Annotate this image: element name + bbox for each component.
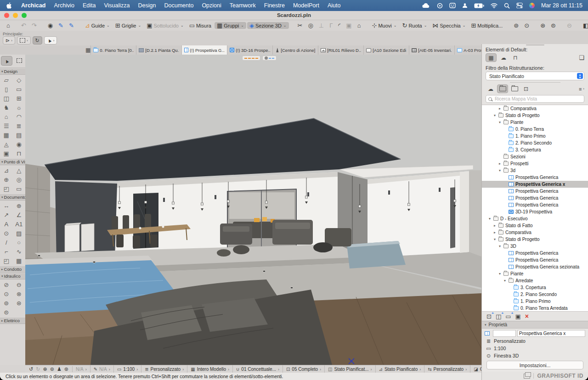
door-tool[interactable]: ◫ bbox=[0, 94, 12, 103]
pipe-terminal-tool[interactable]: ⊜ bbox=[0, 307, 12, 317]
pick-up-parameters-button[interactable]: ✎ bbox=[67, 22, 76, 29]
section-elettrico[interactable]: ▸Elettrico bbox=[0, 317, 25, 324]
layer-combination-segment[interactable]: ≣Personalizzato› bbox=[141, 365, 187, 373]
railing-tool[interactable]: ≣ bbox=[13, 121, 25, 130]
apple-icon[interactable] bbox=[6, 2, 12, 9]
tab-3d-16-prospe[interactable]: (!) 3D-16 Prospe... bbox=[227, 45, 273, 55]
inject-parameters-button[interactable]: ✎ bbox=[56, 22, 66, 29]
tree-item-prospettiva-generica[interactable]: Prospettiva Generica bbox=[482, 174, 588, 181]
show-all-3d-button[interactable]: ⊜ bbox=[548, 22, 558, 29]
3d-viewport[interactable] bbox=[25, 55, 481, 365]
pet-palette-handle[interactable] bbox=[242, 56, 260, 61]
drawing-tool[interactable]: ▦ bbox=[13, 256, 25, 265]
home-button[interactable]: ⌂ bbox=[4, 22, 12, 29]
menu-finestre[interactable]: Finestre bbox=[260, 2, 289, 9]
elevate-button[interactable]: ⌂ bbox=[355, 22, 363, 29]
pick-element-button[interactable]: ◉ bbox=[45, 22, 55, 29]
pet-palette[interactable] bbox=[242, 56, 277, 61]
3d-style-segment[interactable]: ◪Colorato Detta...› bbox=[470, 365, 481, 373]
marquee-tool[interactable] bbox=[14, 56, 24, 65]
pipe-bend-tool[interactable]: ⊙ bbox=[0, 289, 12, 298]
clippings-button[interactable]: ⊡ bbox=[521, 85, 531, 93]
view-settings-button[interactable]: ⊛ bbox=[64, 366, 68, 372]
photos-app-icon[interactable] bbox=[529, 3, 535, 8]
renovation-filter-select[interactable]: Stato Pianificato ▲▼ bbox=[486, 72, 584, 80]
tree-item-prospettiva-generica-x[interactable]: Prospettiva Generica x bbox=[482, 181, 588, 188]
cloud-sync-icon[interactable] bbox=[422, 3, 430, 8]
interior-elevation-tool[interactable]: ⊕ bbox=[0, 175, 12, 184]
windows-icon[interactable] bbox=[524, 374, 530, 379]
section-documento[interactable]: ▾Documento bbox=[0, 194, 25, 201]
tree-item-prospettiva-generica[interactable]: Prospettiva Generica bbox=[482, 250, 588, 257]
graphisoft-id-button[interactable]: GRAPHISOFT ID bbox=[537, 373, 583, 379]
cloud-views-button[interactable]: ☁ bbox=[486, 85, 496, 93]
level-dimension-tool[interactable]: ⊕ bbox=[13, 201, 25, 210]
zoom-selection-button[interactable]: ⊚ bbox=[511, 22, 521, 29]
tab-0-piano-terra-0[interactable]: 0. Piano Terra [0... bbox=[91, 45, 136, 55]
spline-tool[interactable]: ∿ bbox=[13, 247, 25, 256]
tree-item-stato-di-progetto[interactable]: ▾Stato di Progetto bbox=[482, 112, 588, 119]
tree-item-prospetti[interactable]: ▸Prospetti bbox=[482, 160, 588, 167]
label-tool[interactable]: A1 bbox=[13, 219, 25, 229]
pen-set-segment[interactable]: ✎N/A› bbox=[90, 365, 114, 373]
view-map-mode-button[interactable] bbox=[497, 84, 508, 93]
3d-cutting-planes-button[interactable]: ◧ bbox=[581, 22, 588, 29]
tab-overview-button[interactable]: ▦ bbox=[85, 45, 91, 55]
valve-tool[interactable]: ⊚ bbox=[0, 298, 12, 307]
tree-item-prospettiva-generica[interactable]: Prospettiva Generica bbox=[482, 195, 588, 201]
previous-view-button[interactable]: ↻ bbox=[36, 366, 40, 372]
fill-tool[interactable]: ▨ bbox=[13, 229, 25, 238]
roof-tool[interactable]: ⌂ bbox=[0, 112, 12, 121]
renovation-filter-segment[interactable]: ◫Stato Pianificat...› bbox=[325, 365, 376, 373]
stair-tool[interactable]: ☰ bbox=[0, 121, 12, 130]
menu-modelport[interactable]: ModelPort bbox=[289, 2, 323, 9]
section-punto-di-vista[interactable]: ▾Punto di Vista bbox=[0, 158, 25, 165]
radial-dimension-tool[interactable]: ↗ bbox=[0, 210, 12, 219]
intersect-button[interactable]: Γ bbox=[327, 22, 335, 29]
new-folder-button[interactable]: ▭+ bbox=[505, 313, 511, 319]
menu-visualizza[interactable]: Visualizza bbox=[100, 2, 134, 9]
move-button[interactable]: ⊹Muovi⌄ bbox=[370, 22, 399, 29]
line-tool[interactable]: / bbox=[0, 238, 12, 247]
gear-icon[interactable] bbox=[437, 3, 443, 9]
spotlight-icon[interactable] bbox=[504, 3, 510, 9]
open-folder-button[interactable]: ❏ bbox=[579, 54, 584, 61]
view-map-button[interactable]: ☁ bbox=[498, 54, 509, 61]
control-center-icon[interactable] bbox=[516, 3, 523, 8]
tree-item-3d[interactable]: ▾3D bbox=[482, 243, 588, 250]
menu-aiuto[interactable]: Aiuto bbox=[323, 2, 345, 9]
layer-combination-row[interactable]: ≣Personalizzato bbox=[482, 337, 588, 345]
delete-button[interactable]: × bbox=[525, 313, 529, 319]
battery-icon[interactable] bbox=[474, 3, 484, 8]
section-idraulico[interactable]: ▾Idraulico bbox=[0, 273, 25, 279]
clone-view-button[interactable]: ◫+ bbox=[496, 313, 501, 319]
column-tool[interactable]: ▯ bbox=[0, 84, 12, 94]
menu-edita[interactable]: Edita bbox=[79, 2, 100, 9]
camera-tool[interactable]: ◎ bbox=[13, 175, 25, 184]
folder-view-button[interactable] bbox=[509, 85, 520, 93]
wall-end-tool[interactable]: ⊓ bbox=[13, 149, 25, 158]
structure-display-segment[interactable]: ▦Intero Modello› bbox=[187, 365, 233, 373]
figure-tool[interactable]: ◰ bbox=[0, 256, 12, 265]
tree-item-3d[interactable]: ▾3d bbox=[482, 167, 588, 174]
tree-item-2-piano-secondo[interactable]: 2. Piano Secondo bbox=[482, 291, 588, 298]
lamp-tool[interactable]: ☼ bbox=[13, 103, 25, 112]
tab-d-2-1-pianta-qu[interactable]: [D.2.1 Pianta Qu... bbox=[136, 45, 182, 55]
tree-item-3-copertura[interactable]: 3. Copertura bbox=[482, 284, 588, 291]
zone-stamp-tool[interactable]: ⊙ bbox=[0, 229, 12, 238]
tree-item-0-piano-terra[interactable]: 0. Piano Terra bbox=[482, 126, 588, 133]
tree-item-2-piano-secondo[interactable]: 2. Piano Secondo bbox=[482, 140, 588, 146]
search-field[interactable] bbox=[486, 95, 584, 103]
worksheet-tool[interactable]: ▭ bbox=[13, 184, 25, 193]
explore-button[interactable]: ♟ bbox=[57, 366, 62, 372]
section-condotto[interactable]: ▸Condotto bbox=[0, 266, 25, 273]
tab-a10-sezione-edi[interactable]: [A10 Sezione Edi... bbox=[364, 45, 409, 55]
view-id-field[interactable] bbox=[493, 330, 516, 337]
object-tool[interactable]: ♞ bbox=[0, 103, 12, 112]
project-map-button[interactable]: ▦ bbox=[486, 53, 497, 62]
resize-button[interactable]: ▣ bbox=[344, 22, 354, 29]
scale-row[interactable]: ▭1:100 bbox=[482, 345, 588, 352]
tree-item-prospettiva-generica[interactable]: Prospettiva Generica bbox=[482, 188, 588, 195]
select-arrow-tool[interactable]: ▲ bbox=[1, 56, 12, 66]
mesh-tool[interactable]: ▦ bbox=[0, 130, 12, 140]
